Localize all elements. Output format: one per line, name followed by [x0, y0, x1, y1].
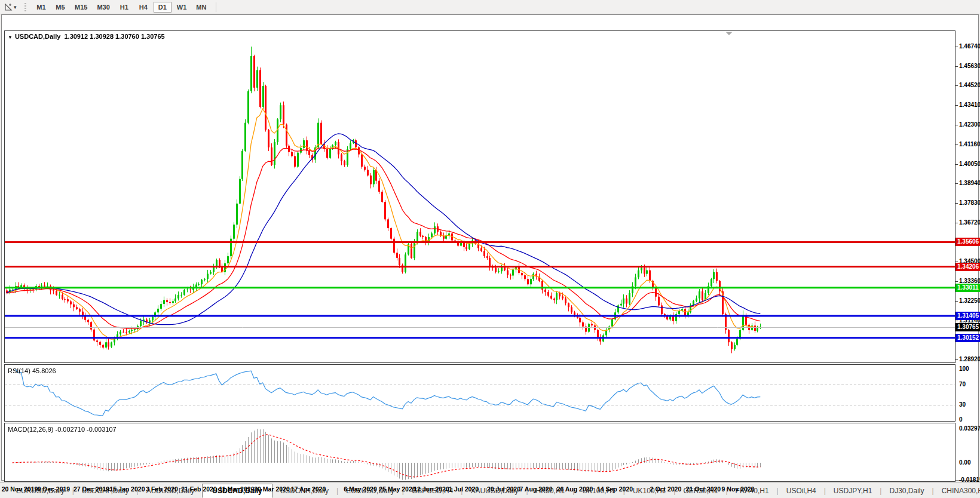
- price-chart-canvas[interactable]: [5, 31, 955, 362]
- price-axis-tick-mark: [956, 183, 958, 184]
- date-label: 12 Jun 2020: [414, 485, 449, 493]
- price-axis-tick-mark: [956, 321, 958, 321]
- price-axis-tick-mark: [956, 105, 958, 106]
- price-axis-tick-mark: [956, 125, 958, 125]
- macd-label: MACD(12,26,9) -0.002710 -0.003107: [8, 426, 117, 433]
- macd-pane: [4, 423, 956, 482]
- price-axis-tick: 1.40050: [959, 161, 980, 167]
- price-axis-tick: 1.36720: [959, 219, 980, 226]
- date-label: 26 Aug 2020: [557, 485, 593, 493]
- price-axis-tick-mark: [956, 66, 958, 67]
- toolbar: ▾ M1M5M15M30H1H4D1W1MN: [0, 0, 980, 14]
- timeframe-button-d1[interactable]: D1: [154, 2, 172, 13]
- date-label: 17 Apr 2020: [291, 485, 326, 493]
- date-label: 14 Sep 2020: [597, 485, 633, 493]
- price-axis-tick-mark: [956, 281, 958, 282]
- collapse-icon[interactable]: ▼: [8, 35, 13, 40]
- date-label: 3 Feb 2020: [146, 485, 178, 493]
- price-axis-tick-mark: [956, 223, 958, 223]
- timeframe-button-m1[interactable]: M1: [32, 2, 50, 13]
- dropdown-arrow-icon[interactable]: ▾: [14, 4, 20, 10]
- price-axis-tick: 1.38940: [959, 180, 980, 186]
- date-label: 9 Nov 2020: [722, 485, 755, 493]
- rsi-axis-label: 0: [959, 416, 963, 423]
- chart-tab-usdjpy-h1[interactable]: USDJPY,H1: [826, 484, 880, 497]
- date-label: 21 Oct 2020: [686, 485, 721, 493]
- rsi-axis-label: 30: [959, 401, 966, 408]
- trading-platform-window: ▾ M1M5M15M30H1H4D1W1MN ▼USDCAD,Daily 1.3…: [0, 0, 980, 498]
- price-axis-tick-mark: [956, 301, 958, 302]
- macd-canvas[interactable]: [5, 423, 955, 481]
- date-label: 27 Dec 2019: [74, 485, 109, 493]
- price-level-tag: 1.31405: [956, 312, 980, 320]
- rsi-canvas[interactable]: [5, 365, 955, 421]
- toolbar-separator: [216, 2, 216, 12]
- chart-tool-icon[interactable]: [3, 2, 14, 12]
- price-level-tag: 1.30152: [956, 334, 980, 342]
- date-label: 2 Oct 2020: [650, 485, 682, 493]
- price-axis-tick-mark: [956, 85, 958, 86]
- timeframe-button-group: M1M5M15M30H1H4D1W1MN: [32, 1, 211, 13]
- date-label: 9 Dec 2019: [38, 485, 70, 493]
- chart-window: ▼USDCAD,Daily 1.30912 1.30928 1.30760 1.…: [1, 14, 979, 481]
- price-level-tag: 1.34206: [956, 263, 980, 271]
- date-label: 21 Feb 2020: [181, 485, 217, 493]
- price-axis-tick-mark: [956, 359, 958, 360]
- price-level-tag: 1.35606: [956, 238, 980, 246]
- price-axis-tick-mark: [956, 47, 958, 47]
- chart-tab-china300-h1[interactable]: CHINA300,H1: [934, 484, 980, 497]
- toolbar-grip-icon[interactable]: [24, 3, 26, 11]
- price-pane: [4, 30, 956, 363]
- timeframe-button-mn[interactable]: MN: [192, 2, 210, 13]
- macd-axis-label: 0.00: [959, 459, 970, 466]
- date-label: 6 May 2020: [344, 485, 376, 493]
- price-level-tag: 1.33011: [956, 284, 980, 292]
- price-axis-tick-mark: [956, 203, 958, 204]
- date-label: 11 Mar 2020: [219, 485, 255, 493]
- timeframe-button-h1[interactable]: H1: [115, 2, 133, 13]
- date-label: 20 Nov 2019: [2, 485, 38, 493]
- price-axis-tick-mark: [956, 164, 958, 165]
- price-axis-tick: 1.28920: [959, 356, 980, 362]
- rsi-axis-label: 100: [959, 365, 969, 372]
- price-axis-tick: 1.44520: [959, 82, 980, 88]
- price-axis-tick-mark: [956, 145, 958, 145]
- timeframe-button-w1[interactable]: W1: [173, 2, 191, 13]
- price-level-tag: 1.30765: [956, 323, 980, 331]
- price-axis-tick: 1.45630: [959, 63, 980, 69]
- price-axis-tick: 1.43410: [959, 102, 980, 108]
- rsi-label: RSI(14) 45.8026: [8, 367, 56, 374]
- date-label: 7 Aug 2020: [519, 485, 552, 493]
- rsi-axis-label: 70: [959, 381, 966, 388]
- macd-axis-label: -0.018154: [959, 477, 980, 483]
- timeframe-button-m5[interactable]: M5: [51, 2, 69, 13]
- date-label: 25 May 2020: [379, 485, 415, 493]
- price-axis-tick: 1.46740: [959, 43, 980, 50]
- chart-title: ▼USDCAD,Daily 1.30912 1.30928 1.30760 1.…: [8, 33, 165, 40]
- macd-axis-label: 0.032972: [959, 425, 980, 432]
- timeframe-button-m30[interactable]: M30: [93, 2, 114, 13]
- price-axis-tick: 1.41160: [959, 141, 980, 147]
- price-axis-tick: 1.42300: [959, 121, 980, 128]
- chart-tab-dj30-daily[interactable]: DJ30,Daily: [881, 484, 932, 497]
- chart-symbol: USDCAD,Daily: [15, 33, 60, 40]
- chart-ohlc-values: 1.30912 1.30928 1.30760 1.30765: [64, 33, 164, 40]
- rsi-pane: [4, 364, 956, 422]
- price-axis-tick: 1.32250: [959, 297, 980, 304]
- chart-tab-usoil-h4[interactable]: USOil,H4: [779, 484, 824, 497]
- timeframe-button-m15[interactable]: M15: [71, 2, 91, 13]
- price-axis-tick: 1.37830: [959, 199, 980, 206]
- date-label: 20 Jul 2020: [487, 485, 520, 493]
- timeframe-button-h4[interactable]: H4: [134, 2, 152, 13]
- date-label: 1 Jul 2020: [449, 485, 479, 493]
- date-label: 30 Mar 2020: [254, 485, 290, 493]
- date-label: 15 Jan 2020: [110, 485, 145, 493]
